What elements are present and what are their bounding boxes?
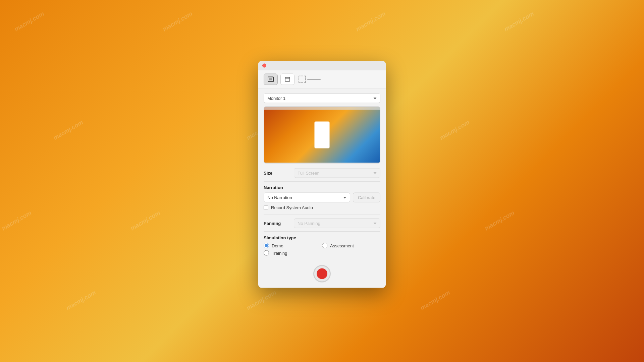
training-radio[interactable] xyxy=(264,250,269,256)
narration-label: Narration xyxy=(264,185,380,190)
demo-label[interactable]: Demo xyxy=(272,243,283,248)
narration-select-wrapper: No Narration Microphone xyxy=(264,193,350,202)
record-button-inner xyxy=(317,268,327,279)
record-system-audio-row: Record System Audio xyxy=(264,205,380,210)
assessment-radio-row: Assessment xyxy=(322,243,380,248)
record-button[interactable] xyxy=(313,265,331,283)
size-select[interactable]: Full Screen Custom xyxy=(294,168,380,178)
close-button[interactable] xyxy=(262,63,266,67)
simulation-type-section: Simulation type Demo Assessment Training xyxy=(264,235,380,256)
screen-preview xyxy=(264,107,380,164)
panning-label: Panning xyxy=(264,221,294,226)
slider-line xyxy=(307,79,321,80)
size-select-wrapper: Full Screen Custom xyxy=(294,168,380,178)
narration-select[interactable]: No Narration Microphone xyxy=(264,193,350,202)
recording-dialog: Monitor 1 Monitor 2 Size Full Screen Cus… xyxy=(258,61,386,288)
dialog-content: Monitor 1 Monitor 2 Size Full Screen Cus… xyxy=(258,89,386,261)
simulation-type-options: Demo Assessment Training xyxy=(264,243,380,256)
region-capture-area xyxy=(299,76,321,83)
region-icon xyxy=(299,76,306,83)
divider-2 xyxy=(264,215,380,215)
divider-3 xyxy=(264,232,380,232)
narration-row: No Narration Microphone Calibrate xyxy=(264,193,380,202)
fullscreen-capture-btn[interactable] xyxy=(264,74,278,85)
size-row: Size Full Screen Custom xyxy=(264,168,380,178)
capture-toolbar xyxy=(258,70,386,89)
titlebar xyxy=(258,61,386,70)
calibrate-button[interactable]: Calibrate xyxy=(353,193,380,202)
preview-cursor-indicator xyxy=(315,122,330,148)
assessment-label[interactable]: Assessment xyxy=(330,243,354,248)
training-label[interactable]: Training xyxy=(272,250,287,255)
panning-row: Panning No Panning Auto Panning xyxy=(264,219,380,228)
assessment-radio[interactable] xyxy=(322,243,327,248)
window-capture-btn[interactable] xyxy=(280,74,294,85)
record-footer xyxy=(258,261,386,288)
panning-select[interactable]: No Panning Auto Panning xyxy=(294,219,380,228)
preview-topbar xyxy=(264,107,380,110)
training-radio-row: Training xyxy=(264,250,322,256)
divider-1 xyxy=(264,181,380,182)
panning-select-wrapper: No Panning Auto Panning xyxy=(294,219,380,228)
demo-radio[interactable] xyxy=(264,243,269,248)
size-label: Size xyxy=(264,171,294,176)
simulation-type-label: Simulation type xyxy=(264,235,380,240)
svg-rect-1 xyxy=(269,78,272,80)
record-system-audio-checkbox[interactable] xyxy=(264,205,268,210)
demo-radio-row: Demo xyxy=(264,243,322,248)
monitor-select[interactable]: Monitor 1 Monitor 2 xyxy=(264,94,380,103)
svg-rect-2 xyxy=(285,77,290,81)
record-system-audio-label[interactable]: Record System Audio xyxy=(271,205,313,210)
